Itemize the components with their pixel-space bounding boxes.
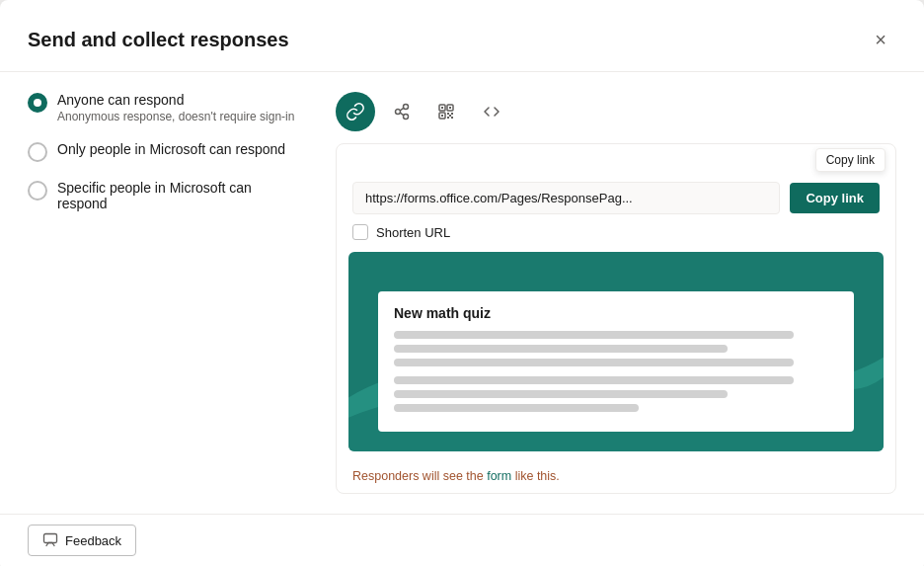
dialog-header: Send and collect responses ×: [0, 0, 924, 72]
feedback-label: Feedback: [65, 533, 121, 548]
dialog-body: Anyone can respond Anonymous response, d…: [0, 72, 924, 514]
tab-qr[interactable]: [426, 92, 466, 131]
feedback-button[interactable]: Feedback: [28, 525, 136, 556]
shorten-url-checkbox[interactable]: [352, 224, 368, 240]
left-panel: Anyone can respond Anonymous response, d…: [28, 92, 304, 494]
shorten-url-label: Shorten URL: [376, 225, 450, 240]
right-panel: Copy link Copy link Shorten URL: [336, 92, 896, 494]
radio-anyone-text: Anyone can respond Anonymous response, d…: [57, 92, 294, 123]
svg-rect-13: [447, 117, 449, 119]
preview-line-4: [394, 376, 794, 384]
share-icon: [391, 102, 411, 121]
embed-icon: [482, 102, 501, 121]
radio-specific[interactable]: Specific people in Microsoft can respond: [28, 180, 304, 211]
preview-line-5: [394, 390, 728, 398]
link-icon: [346, 102, 365, 121]
radio-anyone-sublabel: Anonymous response, doesn't require sign…: [57, 110, 294, 123]
preview-line-1: [394, 331, 794, 339]
svg-rect-12: [451, 113, 453, 115]
svg-point-0: [396, 110, 401, 115]
tab-bar: [336, 92, 896, 131]
dialog-title: Send and collect responses: [28, 29, 289, 51]
radio-microsoft-only[interactable]: Only people in Microsoft can respond: [28, 141, 304, 162]
svg-rect-14: [451, 117, 453, 119]
qr-icon: [436, 102, 456, 121]
radio-anyone-label: Anyone can respond: [57, 92, 294, 108]
preview-quiz-title: New math quiz: [394, 305, 838, 321]
form-preview: New math quiz: [348, 252, 884, 451]
close-button[interactable]: ×: [865, 24, 896, 55]
svg-line-3: [400, 108, 404, 111]
radio-specific-text: Specific people in Microsoft can respond: [57, 180, 304, 211]
svg-rect-8: [441, 107, 443, 109]
link-row: Copy link: [337, 172, 895, 220]
send-collect-dialog: Send and collect responses × Anyone can …: [0, 0, 924, 566]
shorten-url-row: Shorten URL: [337, 220, 895, 252]
preview-line-2: [394, 345, 728, 353]
responders-form-link[interactable]: form: [487, 469, 511, 483]
responders-notice: Responders will see the form like this.: [337, 463, 895, 493]
radio-circle-specific: [28, 181, 47, 201]
svg-rect-15: [449, 115, 451, 117]
tab-share[interactable]: [381, 92, 421, 131]
radio-specific-label: Specific people in Microsoft can respond: [57, 180, 304, 211]
link-input[interactable]: [352, 182, 780, 214]
svg-rect-10: [441, 115, 443, 117]
responders-text-before: Responders will see the: [352, 469, 487, 483]
svg-line-4: [400, 113, 404, 116]
radio-anyone[interactable]: Anyone can respond Anonymous response, d…: [28, 92, 304, 123]
preview-line-3: [394, 359, 794, 366]
tab-link[interactable]: [336, 92, 375, 131]
svg-rect-16: [44, 534, 57, 543]
responders-text-after: like this.: [511, 469, 560, 483]
svg-rect-9: [449, 107, 451, 109]
dialog-footer: Feedback: [0, 514, 924, 566]
radio-microsoft-label: Only people in Microsoft can respond: [57, 141, 285, 157]
radio-microsoft-text: Only people in Microsoft can respond: [57, 141, 285, 157]
feedback-icon: [42, 532, 58, 548]
radio-circle-anyone: [28, 93, 47, 113]
tab-embed[interactable]: [472, 92, 511, 131]
tooltip-row: Copy link: [337, 144, 895, 172]
copy-link-button[interactable]: Copy link: [790, 183, 880, 213]
radio-circle-microsoft: [28, 142, 47, 162]
preview-line-6: [394, 404, 639, 412]
form-preview-card: New math quiz: [378, 291, 854, 432]
content-card: Copy link Copy link Shorten URL: [336, 143, 896, 494]
svg-rect-11: [447, 113, 449, 115]
copy-link-tooltip: Copy link: [815, 148, 886, 172]
